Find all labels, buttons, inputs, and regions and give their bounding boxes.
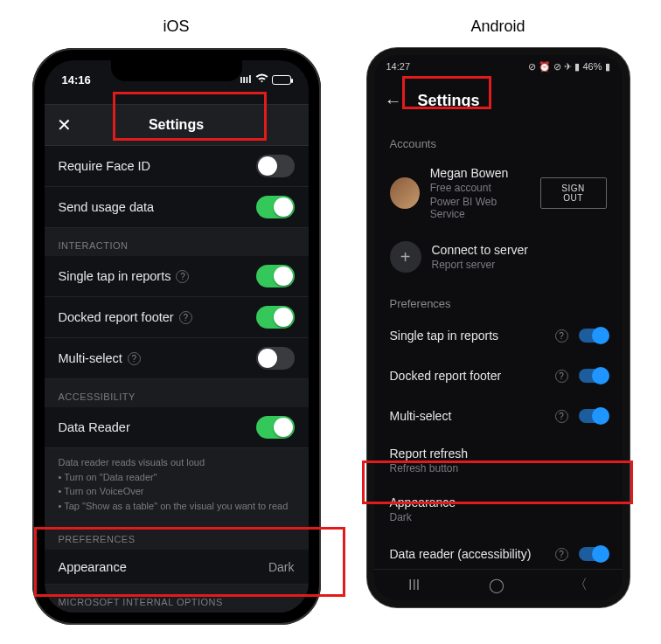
android-header-title: Settings [418, 92, 480, 110]
nav-back-icon[interactable]: 〈 [574, 576, 588, 594]
toggle-usage[interactable] [256, 196, 295, 218]
row-a-appearance[interactable]: Appearance Dark [374, 485, 623, 534]
help-icon[interactable]: ? [128, 352, 141, 365]
section-preferences: PREFERENCES [45, 522, 309, 550]
toggle-single-tap[interactable] [256, 265, 295, 287]
ios-label: iOS [163, 17, 189, 36]
row-label: Docked report footer ? [59, 310, 192, 324]
wifi-icon [255, 73, 268, 86]
nav-recents-icon[interactable]: III [408, 578, 420, 593]
row-label: Single tap in reports ? [59, 269, 190, 283]
android-scroll[interactable]: Accounts Megan Bowen Free account Power … [374, 123, 623, 569]
row-single-tap[interactable]: Single tap in reports ? [45, 256, 309, 297]
android-frame: 14:27 ⊘ ⏰ ⊘ ✈ ▮ 46% ▮ ← Settings Account… [367, 48, 630, 607]
toggle-a-data-reader[interactable] [579, 547, 607, 561]
row-label: Data Reader [59, 420, 130, 434]
section-preferences: Preferences [374, 283, 623, 315]
ios-header-title: Settings [149, 117, 204, 133]
ios-scroll[interactable]: Require Face ID Send usage data INTERACT… [45, 146, 309, 613]
toggle-a-single-tap[interactable] [579, 329, 607, 343]
section-interaction: INTERACTION [45, 228, 309, 256]
section-accounts: Accounts [374, 123, 623, 156]
close-icon[interactable]: ✕ [57, 114, 72, 135]
row-appearance[interactable]: Appearance Dark [45, 550, 309, 585]
android-label: Android [470, 17, 525, 36]
android-time: 14:27 [386, 61, 411, 72]
toggle-face-id[interactable] [256, 155, 295, 177]
row-a-single-tap[interactable]: Single tap in reports ? [374, 315, 623, 356]
row-multi[interactable]: Multi-select ? [45, 338, 309, 379]
row-a-data-reader[interactable]: Data reader (accessibility) ? [374, 534, 623, 569]
row-label: Multi-select ? [59, 351, 141, 365]
android-screen: 14:27 ⊘ ⏰ ⊘ ✈ ▮ 46% ▮ ← Settings Account… [374, 55, 623, 600]
ios-column: iOS 14:16 ıııl ✕ Settings Requi [32, 17, 321, 627]
help-icon[interactable]: ? [555, 329, 568, 343]
iphone-notch [111, 60, 242, 81]
avatar [390, 177, 420, 209]
ios-header: ✕ Settings [45, 104, 309, 146]
toggle-docked[interactable] [256, 306, 295, 329]
row-connect-server[interactable]: + Connect to server Report server [374, 231, 623, 283]
android-navbar: III ◯ 〈 [374, 569, 623, 600]
row-docked[interactable]: Docked report footer ? [45, 297, 309, 338]
help-icon[interactable]: ? [555, 370, 568, 383]
ios-time: 14:16 [62, 73, 91, 87]
toggle-multi[interactable] [256, 347, 295, 370]
toggle-a-docked[interactable] [579, 369, 607, 383]
data-reader-note: Data reader reads visuals out loud • Tur… [45, 448, 309, 522]
toggle-a-multi[interactable] [579, 409, 607, 423]
android-column: Android 14:27 ⊘ ⏰ ⊘ ✈ ▮ 46% ▮ ← Settings… [367, 17, 630, 627]
battery-icon [272, 75, 291, 85]
section-accessibility: ACCESSIBILITY [45, 379, 309, 407]
android-status-right: ⊘ ⏰ ⊘ ✈ ▮ 46% ▮ [528, 61, 609, 73]
android-status-bar: 14:27 ⊘ ⏰ ⊘ ✈ ▮ 46% ▮ [374, 55, 623, 78]
row-face-id[interactable]: Require Face ID [45, 146, 309, 187]
help-icon[interactable]: ? [176, 270, 189, 283]
row-data-reader[interactable]: Data Reader [45, 407, 309, 448]
row-a-docked[interactable]: Docked report footer ? [374, 356, 623, 396]
row-usage[interactable]: Send usage data [45, 187, 309, 228]
section-msinternal: MICROSOFT INTERNAL OPTIONS [45, 585, 309, 613]
help-icon[interactable]: ? [555, 548, 568, 561]
row-account[interactable]: Megan Bowen Free account Power BI Web Se… [374, 156, 623, 231]
row-label: Require Face ID [59, 159, 151, 173]
status-icons: ⊘ ⏰ ⊘ ✈ ▮ [528, 61, 580, 73]
toggle-data-reader[interactable] [256, 416, 295, 439]
help-icon[interactable]: ? [179, 311, 192, 324]
row-a-multi[interactable]: Multi-select ? [374, 396, 623, 436]
signal-icon: ıııl [240, 73, 251, 86]
connect-labels: Connect to server Report server [432, 243, 529, 271]
iphone-frame: 14:16 ıııl ✕ Settings Require Face ID [32, 48, 321, 625]
back-icon[interactable]: ← [385, 91, 402, 111]
android-header: ← Settings [374, 78, 623, 123]
appearance-value: Dark [268, 560, 295, 574]
row-label: Send usage data [59, 200, 155, 214]
row-label: Appearance [59, 560, 127, 574]
help-icon[interactable]: ? [555, 410, 568, 423]
battery-text: 46% [582, 61, 602, 72]
iphone-screen: 14:16 ıııl ✕ Settings Require Face ID [45, 60, 309, 613]
plus-icon[interactable]: + [390, 241, 421, 273]
battery-icon: ▮ [605, 61, 610, 73]
nav-home-icon[interactable]: ◯ [489, 577, 504, 593]
signout-button[interactable]: SIGN OUT [540, 177, 607, 209]
ios-status-right: ıııl [240, 73, 290, 86]
row-a-refresh[interactable]: Report refresh Refresh button [374, 436, 623, 485]
account-labels: Megan Bowen Free account Power BI Web Se… [430, 166, 530, 220]
